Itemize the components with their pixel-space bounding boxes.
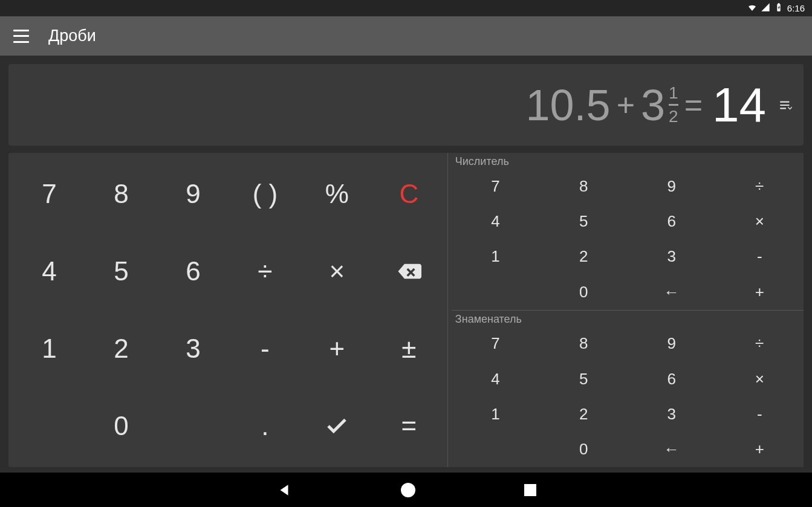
denominator-key-1[interactable]: 1	[452, 396, 540, 431]
navigation-bar	[0, 473, 812, 507]
denominator-key-4[interactable]: 4	[452, 361, 540, 396]
main-key-1[interactable]: 1	[13, 310, 85, 387]
main-key-0[interactable]: 0	[85, 387, 157, 465]
numerator-divide-key[interactable]: ÷	[715, 169, 804, 204]
numerator-key-1[interactable]: 1	[452, 239, 540, 274]
numerator-minus-key[interactable]: -	[715, 239, 804, 274]
signal-icon	[761, 2, 770, 14]
denominator-multiply-key[interactable]: ×	[715, 361, 804, 396]
numerator-key-3[interactable]: 3	[628, 239, 716, 274]
status-time: 6:16	[787, 3, 805, 13]
page-title: Дроби	[48, 27, 96, 45]
denominator-divide-key[interactable]: ÷	[715, 326, 804, 361]
numerator-key-0[interactable]: 0	[539, 274, 628, 309]
main-divide-key[interactable]: ÷	[229, 233, 301, 310]
main-key-4[interactable]: 4	[13, 233, 85, 310]
main-equals-key[interactable]: =	[373, 387, 445, 465]
expand-result-icon[interactable]	[777, 96, 795, 114]
denominator-keypad: 789÷456×123-0←+	[452, 326, 804, 468]
equals-sign: =	[684, 87, 703, 123]
denominator-spacer	[452, 432, 540, 467]
denominator-key-5[interactable]: 5	[539, 361, 628, 396]
denominator-section: Знаменатель 789÷456×123-0←+	[452, 310, 804, 468]
main-key-3[interactable]: 3	[157, 310, 229, 387]
calculation-display: 10.5 + 3 1 2 = 14	[8, 64, 804, 146]
numerator-key-8[interactable]: 8	[539, 169, 628, 204]
denominator-label: Знаменатель	[452, 311, 804, 326]
main-key-8[interactable]: 8	[85, 155, 157, 233]
operator: +	[617, 87, 635, 123]
keypad-area: 789( )%C456÷×123-+±0.= Числитель 789÷456…	[8, 153, 804, 467]
main-decimal-key[interactable]: .	[229, 387, 301, 465]
main-key-6[interactable]: 6	[157, 233, 229, 310]
numerator-section: Числитель 789÷456×123-0←+	[452, 153, 804, 310]
denominator-key-8[interactable]: 8	[539, 326, 628, 361]
main-key-9[interactable]: 9	[157, 155, 229, 233]
numerator-key-7[interactable]: 7	[452, 169, 540, 204]
numerator-keypad: 789÷456×123-0←+	[452, 169, 804, 310]
main-multiply-key[interactable]: ×	[301, 233, 373, 310]
main-key-7[interactable]: 7	[13, 155, 85, 233]
main-plus-minus-key[interactable]: ±	[373, 310, 445, 387]
main-key-2[interactable]: 2	[85, 310, 157, 387]
numerator-left-arrow-key[interactable]: ←	[628, 274, 716, 309]
result-value: 14	[712, 77, 766, 133]
status-bar: 6:16	[0, 0, 812, 16]
operand-right-mixed: 3 1 2	[641, 80, 678, 130]
denominator-key-6[interactable]: 6	[628, 361, 716, 396]
main-spacer	[13, 387, 85, 465]
menu-icon[interactable]	[13, 30, 29, 43]
numerator-key-4[interactable]: 4	[452, 204, 540, 239]
main-check-key[interactable]	[301, 387, 373, 465]
denominator-key-3[interactable]: 3	[628, 396, 716, 431]
app-bar: Дроби	[0, 16, 812, 56]
main-key-5[interactable]: 5	[85, 233, 157, 310]
denominator-minus-key[interactable]: -	[715, 396, 804, 431]
main-parentheses-key[interactable]: ( )	[229, 155, 301, 233]
operand-left: 10.5	[526, 80, 611, 130]
numerator-key-2[interactable]: 2	[539, 239, 628, 274]
denominator-left-arrow-key[interactable]: ←	[628, 432, 716, 467]
main-minus-key[interactable]: -	[229, 310, 301, 387]
denominator-key-9[interactable]: 9	[628, 326, 716, 361]
main-keypad: 789( )%C456÷×123-+±0.=	[8, 153, 450, 467]
denominator-plus-key[interactable]: +	[715, 432, 804, 467]
numerator-key-5[interactable]: 5	[539, 204, 628, 239]
back-button[interactable]	[276, 482, 292, 498]
fraction-numerator: 1	[669, 85, 678, 102]
numerator-plus-key[interactable]: +	[715, 274, 804, 309]
denominator-key-7[interactable]: 7	[452, 326, 540, 361]
main-clear-key[interactable]: C	[373, 155, 445, 233]
wifi-icon	[747, 2, 757, 14]
fraction-denominator: 2	[669, 108, 678, 125]
battery-charging-icon	[774, 2, 784, 14]
main-percent-key[interactable]: %	[301, 155, 373, 233]
main-spacer	[157, 387, 229, 465]
numerator-multiply-key[interactable]: ×	[715, 204, 804, 239]
numerator-spacer	[452, 274, 540, 309]
numerator-label: Числитель	[452, 153, 804, 169]
denominator-key-2[interactable]: 2	[539, 396, 628, 431]
denominator-key-0[interactable]: 0	[539, 432, 628, 467]
recent-apps-button[interactable]	[524, 484, 536, 496]
numerator-key-9[interactable]: 9	[628, 169, 716, 204]
home-button[interactable]	[401, 483, 415, 497]
main-backspace-key[interactable]	[373, 233, 445, 310]
numerator-key-6[interactable]: 6	[628, 204, 716, 239]
main-plus-key[interactable]: +	[301, 310, 373, 387]
